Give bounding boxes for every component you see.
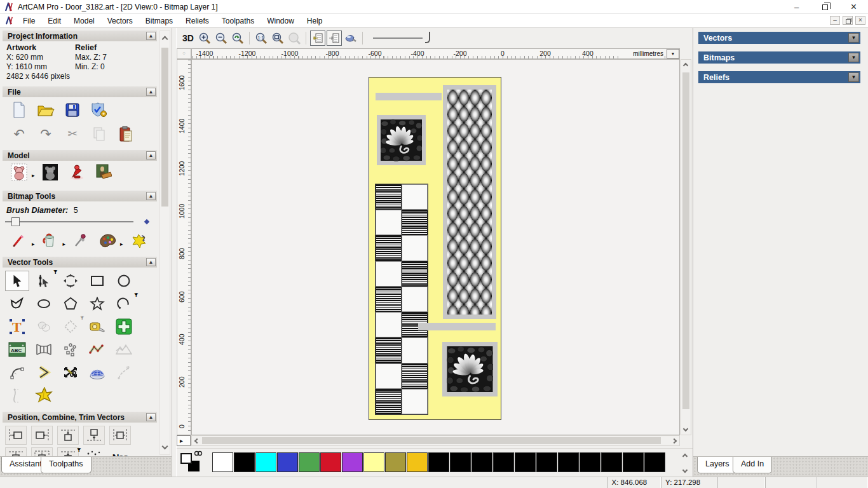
node-editing-tool[interactable]: Ŧ [32, 271, 56, 291]
palette-swatch[interactable] [558, 452, 579, 472]
palette-scroll-down-icon[interactable] [682, 468, 688, 473]
model-properties-button[interactable] [88, 100, 111, 119]
mdi-minimize-button[interactable]: – [830, 16, 840, 25]
copy-button[interactable] [88, 125, 111, 144]
zoom-previous-button[interactable] [230, 30, 245, 46]
create-arc-tool[interactable]: Ŧ [112, 294, 136, 314]
collapse-button[interactable]: ▲ [146, 258, 156, 266]
menu-window[interactable]: Window [261, 15, 301, 27]
slider-thumb[interactable] [11, 217, 20, 226]
envelope-distort-tool[interactable] [85, 362, 109, 383]
move-up-button[interactable]: Ŧ [57, 447, 79, 456]
toggle-3d-view-button[interactable]: 3D [180, 30, 196, 46]
create-ellipse-tool[interactable] [32, 294, 56, 314]
text-block-tool[interactable]: ABC [5, 339, 29, 360]
palette-swatch[interactable] [536, 452, 557, 472]
lighting-button[interactable] [65, 163, 88, 182]
slice-vectors-tool[interactable] [58, 362, 83, 383]
mdi-close-button[interactable]: × [855, 16, 865, 25]
menu-model[interactable]: Model [67, 15, 101, 27]
paste-button[interactable] [114, 125, 137, 144]
assistant-scrollbar[interactable] [159, 30, 170, 455]
create-circle-tool[interactable] [112, 271, 136, 291]
zoom-in-button[interactable] [197, 30, 212, 46]
menu-edit[interactable]: Edit [41, 15, 67, 27]
zoom-slider-track[interactable] [373, 37, 423, 39]
create-polygon-tool[interactable] [58, 294, 83, 314]
new-model-button[interactable] [8, 100, 31, 119]
zoom-to-drawing-button[interactable] [287, 30, 302, 46]
ruler-units-dropdown[interactable]: ▼ [667, 49, 679, 58]
fit-spline-tool[interactable] [85, 339, 109, 360]
thicken-vectors-tool[interactable] [112, 316, 136, 337]
sprinkle-vectors-button[interactable] [83, 447, 105, 456]
invert-model-button[interactable] [39, 163, 62, 182]
bitmap-doctor-button[interactable] [127, 231, 150, 250]
expand-dropdown-icon[interactable]: ▼ [848, 53, 859, 62]
colour-palette-button[interactable] [96, 231, 119, 250]
create-freeform-tool[interactable] [5, 294, 29, 314]
flood-fill-button[interactable] [39, 231, 62, 250]
align-centre-button[interactable] [109, 426, 131, 445]
align-bottom-button[interactable] [83, 426, 105, 445]
close-button[interactable]: × [839, 0, 868, 14]
trim-vectors-tool[interactable]: Ŧ [58, 316, 83, 337]
transform-vectors-tool[interactable] [58, 271, 83, 291]
scrollbar-thumb[interactable] [161, 48, 168, 207]
vector-texture-tool[interactable] [112, 339, 136, 360]
palette-swatch[interactable] [342, 452, 363, 472]
palette-swatch[interactable] [320, 452, 341, 472]
ruler-corner-button[interactable]: ▸ [177, 435, 191, 446]
set-model-size-button[interactable] [8, 163, 31, 182]
expand-dropdown-icon[interactable]: ▼ [848, 33, 859, 43]
tab-add-in[interactable]: Add In [733, 457, 772, 473]
menu-vectors[interactable]: Vectors [101, 15, 139, 27]
save-model-button[interactable] [61, 100, 84, 119]
palette-swatch[interactable] [623, 452, 644, 472]
door-artwork-page[interactable] [369, 77, 501, 420]
align-left-button[interactable] [5, 426, 27, 445]
palette-swatch[interactable] [299, 452, 320, 472]
join-vectors-tool[interactable] [32, 362, 56, 383]
vector-doctor-tool[interactable] [32, 385, 56, 405]
zoom-slider-handle[interactable] [425, 32, 430, 43]
snap-to-grid-toggle[interactable] [310, 30, 325, 46]
reliefs-section-header[interactable]: Reliefs ▼ [698, 71, 860, 83]
palette-swatch[interactable] [428, 452, 449, 472]
primary-secondary-colour-indicator[interactable] [180, 452, 211, 475]
tab-toolpaths[interactable]: Toolpaths [41, 457, 92, 473]
canvas-horizontal-scrollbar[interactable] [191, 435, 680, 446]
create-star-tool[interactable] [85, 294, 109, 314]
ruler-origin-button[interactable]: ⁘ [177, 48, 191, 59]
centre-in-page-button[interactable] [5, 447, 27, 456]
mdi-restore-button[interactable] [843, 16, 853, 25]
load-relief-button[interactable] [92, 163, 115, 182]
scroll-down-icon[interactable] [162, 444, 168, 450]
paste-along-curve-tool[interactable] [58, 339, 83, 360]
collapse-button[interactable]: ▲ [146, 192, 156, 200]
palette-swatch[interactable] [450, 452, 471, 472]
slider-track[interactable] [5, 221, 133, 222]
collapse-button[interactable]: ▲ [146, 151, 156, 159]
wrap-text-tool[interactable] [32, 339, 56, 360]
primary-colour-swatch[interactable] [180, 453, 192, 464]
scroll-up-icon[interactable] [683, 63, 688, 68]
pick-colour-button[interactable] [69, 231, 92, 250]
palette-swatch[interactable] [515, 452, 536, 472]
centre-in-rect-button[interactable] [31, 447, 53, 456]
collapse-button[interactable]: ▲ [146, 32, 156, 40]
scroll-down-icon[interactable] [683, 426, 688, 431]
menu-bitmaps[interactable]: Bitmaps [139, 15, 179, 27]
vectors-section-header[interactable]: Vectors ▼ [698, 32, 860, 44]
palette-swatch[interactable] [644, 452, 665, 472]
snap-to-object-toggle[interactable] [327, 30, 342, 46]
preview-relief-button[interactable] [343, 30, 358, 46]
measure-tool[interactable] [85, 316, 109, 337]
paint-tool-button[interactable] [8, 231, 31, 250]
menu-file[interactable]: File [17, 15, 41, 27]
section-profile-tool[interactable] [5, 385, 29, 405]
zoom-slider[interactable] [373, 32, 430, 44]
palette-swatch[interactable] [580, 452, 600, 472]
palette-swatch[interactable] [601, 452, 622, 472]
palette-swatch[interactable] [277, 452, 298, 472]
